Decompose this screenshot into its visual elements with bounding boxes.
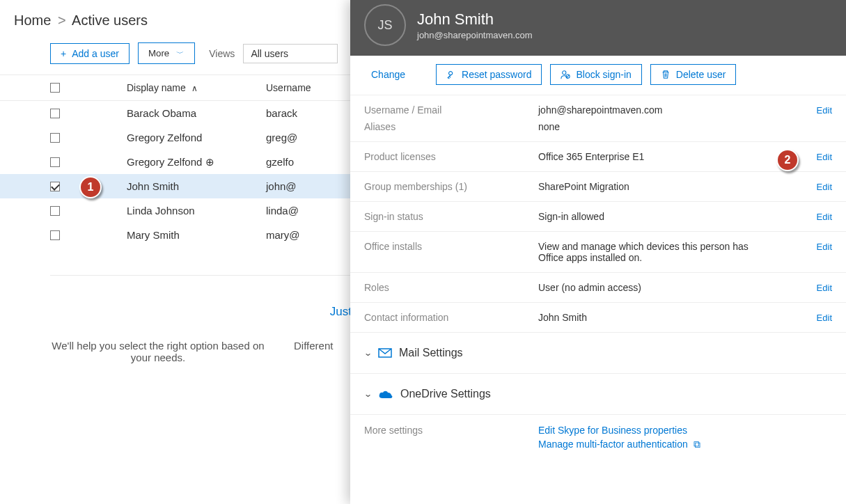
breadcrumb-home[interactable]: Home bbox=[14, 13, 51, 28]
row-checkbox[interactable] bbox=[50, 109, 60, 118]
prop-groups: Group memberships (1) SharePoint Migrati… bbox=[350, 172, 846, 202]
mail-icon bbox=[378, 348, 392, 358]
user-details-panel: JS John Smith john@sharepointmaven.com C… bbox=[350, 0, 846, 504]
sort-asc-icon: ∧ bbox=[191, 84, 198, 93]
avatar: JS bbox=[364, 4, 406, 46]
chevron-down-icon: ﹀ bbox=[176, 49, 185, 58]
mail-settings-section[interactable]: ⌄ Mail Settings bbox=[350, 333, 846, 374]
svg-point-0 bbox=[563, 71, 566, 74]
prop-aliases: Aliases none bbox=[350, 118, 846, 142]
key-icon bbox=[446, 70, 456, 79]
change-link[interactable]: Change bbox=[371, 69, 405, 80]
edit-contact[interactable]: Edit bbox=[817, 313, 832, 323]
views-label: Views bbox=[209, 48, 235, 59]
svg-line-2 bbox=[567, 75, 570, 78]
row-checkbox[interactable] bbox=[50, 230, 60, 240]
edit-signin[interactable]: Edit bbox=[817, 212, 832, 222]
cloud-icon bbox=[378, 389, 393, 399]
plus-icon: + bbox=[61, 48, 66, 59]
panel-header: JS John Smith john@sharepointmaven.com bbox=[350, 0, 846, 56]
views-select[interactable]: All users bbox=[243, 44, 338, 63]
column-display-name[interactable]: Display name ∧ bbox=[78, 82, 266, 93]
breadcrumb-separator: > bbox=[58, 13, 66, 28]
chevron-down-icon: ⌄ bbox=[363, 389, 373, 399]
mfa-link[interactable]: Manage multi-factor authentication ⧉ bbox=[538, 439, 700, 450]
edit-roles[interactable]: Edit bbox=[817, 283, 832, 293]
person-block-icon bbox=[561, 70, 570, 79]
edit-groups[interactable]: Edit bbox=[817, 182, 832, 192]
prop-office: Office installs View and manage which de… bbox=[350, 232, 846, 273]
chevron-down-icon: ⌄ bbox=[363, 348, 373, 358]
delete-user-button[interactable]: Delete user bbox=[650, 64, 737, 85]
panel-user-name: John Smith bbox=[417, 10, 533, 29]
row-checkbox[interactable] bbox=[50, 182, 60, 191]
edit-licenses[interactable]: Edit bbox=[817, 152, 832, 162]
select-all-checkbox[interactable] bbox=[50, 83, 60, 93]
reset-password-button[interactable]: Reset password bbox=[436, 64, 542, 85]
callout-2: 2 bbox=[776, 149, 799, 171]
user-display-name: Gregory Zelfond ⊕ bbox=[78, 156, 266, 168]
prop-licenses: Product licenses Office 365 Enterprise E… bbox=[350, 142, 846, 172]
edit-office[interactable]: Edit bbox=[817, 242, 832, 252]
prop-contact: Contact information John Smith Edit bbox=[350, 303, 846, 333]
user-display-name: John Smith bbox=[78, 180, 266, 192]
row-checkbox[interactable] bbox=[50, 157, 60, 167]
onedrive-settings-section[interactable]: ⌄ OneDrive Settings bbox=[350, 374, 846, 415]
user-display-name: Linda Johnson bbox=[78, 205, 266, 216]
more-settings-row: More settings Edit Skype for Business pr… bbox=[350, 415, 846, 450]
more-button[interactable]: More ﹀ bbox=[138, 42, 195, 64]
prop-signin: Sign-in status Sign-in allowed Edit bbox=[350, 202, 846, 232]
row-checkbox[interactable] bbox=[50, 133, 60, 143]
promo-text-1: We'll help you select the right option b… bbox=[50, 340, 294, 363]
block-signin-button[interactable]: Block sign-in bbox=[550, 64, 641, 85]
user-display-name: Mary Smith bbox=[78, 229, 266, 241]
breadcrumb-current: Active users bbox=[72, 13, 148, 28]
user-display-name: Gregory Zelfond bbox=[78, 132, 266, 143]
row-checkbox[interactable] bbox=[50, 206, 60, 216]
external-link-icon: ⧉ bbox=[694, 439, 700, 450]
prop-roles: Roles User (no admin access) Edit bbox=[350, 273, 846, 303]
panel-user-email: john@sharepointmaven.com bbox=[417, 30, 533, 40]
add-user-button[interactable]: + Add a user bbox=[50, 43, 130, 64]
callout-1: 1 bbox=[79, 176, 102, 198]
edit-username[interactable]: Edit bbox=[817, 105, 832, 116]
trash-icon bbox=[661, 70, 671, 79]
user-display-name: Barack Obama bbox=[78, 107, 266, 119]
skype-link[interactable]: Edit Skype for Business properties bbox=[538, 425, 700, 436]
prop-username: Username / Email john@sharepointmaven.co… bbox=[350, 95, 846, 118]
panel-actions: Change Reset password Block sign-in Dele… bbox=[350, 56, 846, 95]
